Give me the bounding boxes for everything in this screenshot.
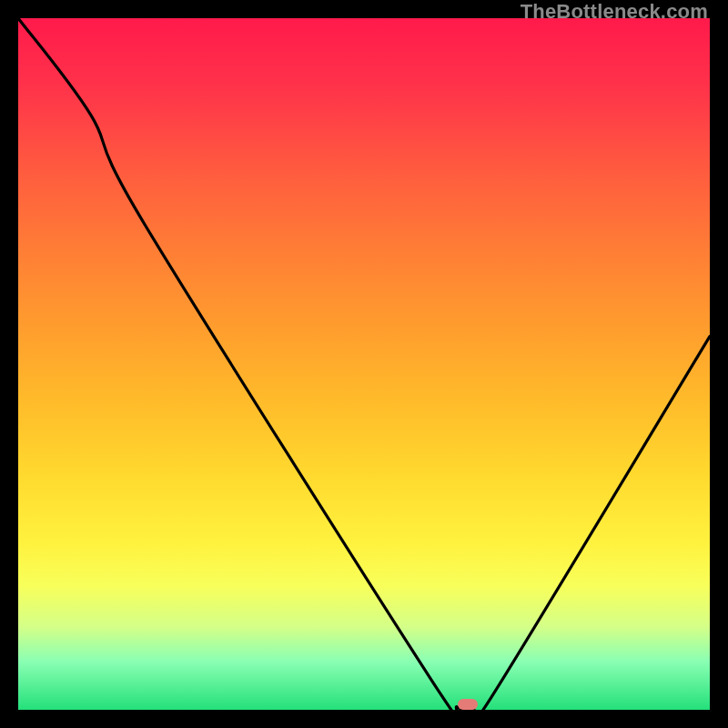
optimal-point-marker xyxy=(458,699,478,710)
watermark-text: TheBottleneck.com xyxy=(521,0,708,24)
chart-frame: TheBottleneck.com xyxy=(0,0,728,728)
plot-area xyxy=(18,18,710,710)
bottleneck-curve xyxy=(18,18,710,710)
